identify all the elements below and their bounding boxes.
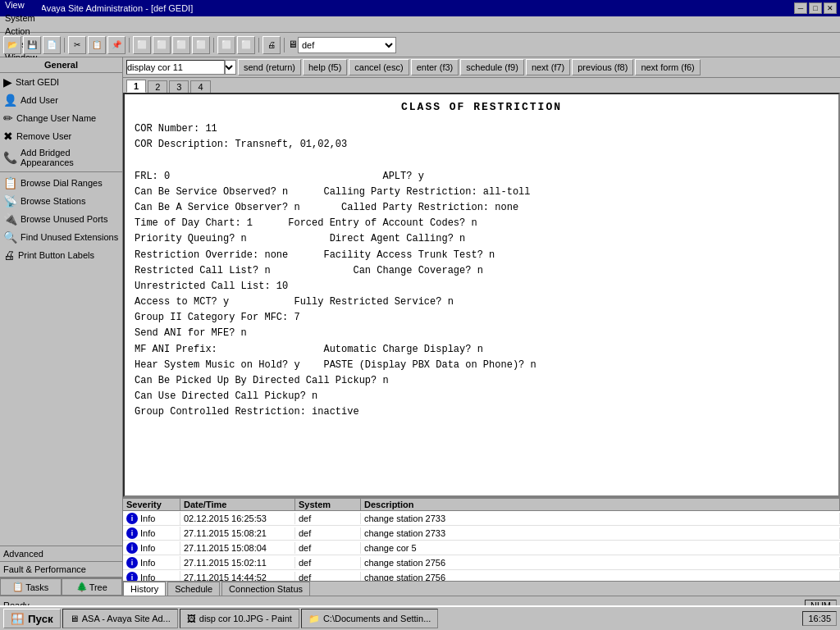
sidebar-item-find-unused[interactable]: 🔍 Find Unused Extensions	[0, 228, 122, 246]
start-label: Пуск	[28, 613, 53, 614]
form-field-line: Can Use Directed Call Pickup? n	[135, 389, 829, 404]
sidebar-label-browse-stations: Browse Stations	[21, 196, 85, 206]
cell-description: change station 2756	[361, 572, 840, 582]
tasks-tab[interactable]: 📋 Tasks	[0, 578, 62, 596]
toolbar-btn-5[interactable]: ⬜	[153, 36, 171, 54]
cell-severity: i Info	[123, 527, 180, 540]
toolbar-btn-paste[interactable]: 📌	[107, 36, 126, 54]
form-field-line	[135, 153, 829, 168]
sidebar-footer: Advanced Fault & Performance 📋 Tasks 🌲 T…	[0, 546, 122, 596]
sidebar-label-browse-dial: Browse Dial Ranges	[21, 178, 103, 188]
browse-dial-icon: 📋	[3, 176, 17, 189]
enter-button[interactable]: enter (f3)	[411, 59, 459, 75]
history-tab[interactable]: History	[123, 582, 166, 596]
command-input[interactable]	[126, 60, 225, 75]
help-button[interactable]: help (f5)	[303, 59, 347, 75]
sidebar-label-remove-user: Remove User	[16, 131, 71, 141]
taskbar-item-paint[interactable]: 🖼 disp cor 10.JPG - Paint	[180, 609, 299, 614]
form-field-line: Group Controlled Restriction: inactive	[135, 404, 829, 420]
start-button[interactable]: 🪟 Пуск	[3, 609, 61, 614]
bottom-tabs: History Schedule Connection Status	[123, 581, 840, 596]
browse-unused-ports-icon: 🔌	[3, 212, 17, 226]
toolbar-btn-6[interactable]: ⬜	[172, 36, 190, 54]
start-icon: 🪟	[11, 613, 25, 614]
form-field-line: Restriction Override: none Facility Acce…	[135, 248, 829, 263]
toolbar-btn-7[interactable]: ⬜	[192, 36, 210, 54]
advanced-button[interactable]: Advanced	[0, 546, 122, 562]
bottom-table-body: i Info 02.12.2015 16:25:53 def change st…	[123, 511, 840, 581]
cancel-button[interactable]: cancel (esc)	[349, 59, 409, 75]
sidebar-item-add-bridged[interactable]: 📞 Add Bridged Appearances	[0, 145, 122, 170]
taskbar-item-docs[interactable]: 📁 C:\Documents and Settin...	[301, 609, 438, 614]
action-combo	[126, 60, 236, 75]
system-icon: 🖥	[288, 39, 298, 51]
cell-datetime: 02.12.2015 16:25:53	[180, 513, 295, 524]
fault-performance-button[interactable]: Fault & Performance	[0, 562, 122, 578]
tree-tab[interactable]: 🌲 Tree	[62, 578, 123, 596]
toolbar-btn-2[interactable]: 💾	[23, 36, 41, 54]
tasks-icon: 📋	[12, 582, 24, 592]
table-row[interactable]: i Info 27.11.2015 15:02:11 def change st…	[123, 555, 840, 570]
sidebar-label-print-labels: Print Button Labels	[18, 250, 94, 260]
close-button[interactable]: ✕	[824, 2, 837, 14]
toolbar-sep-1	[64, 38, 65, 52]
tab-4[interactable]: 4	[190, 80, 210, 93]
connection-status-tab[interactable]: Connection Status	[221, 582, 310, 596]
sidebar-item-browse-dial[interactable]: 📋 Browse Dial Ranges	[0, 174, 122, 192]
table-row[interactable]: i Info 27.11.2015 15:08:21 def change st…	[123, 526, 840, 541]
toolbar-btn-8[interactable]: ⬜	[217, 36, 235, 54]
table-row[interactable]: i Info 27.11.2015 15:08:04 def change co…	[123, 541, 840, 555]
maximize-button[interactable]: □	[809, 2, 822, 14]
taskbar-item-asa[interactable]: 🖥 ASA - Avaya Site Ad...	[62, 609, 178, 614]
cell-severity: i Info	[123, 512, 180, 525]
severity-text: Info	[140, 528, 155, 538]
system-select[interactable]: def	[298, 37, 396, 53]
previous-button[interactable]: previous (f8)	[572, 59, 633, 75]
browse-stations-icon: 📡	[3, 194, 17, 208]
menu-bar: FileEditViewSystemActionToolsWindowHelp	[0, 16, 840, 33]
sidebar-item-start-gedi[interactable]: ▶ Start GEDI	[0, 73, 122, 91]
toolbar-btn-4[interactable]: ⬜	[133, 36, 151, 54]
toolbar-btn-9[interactable]: ⬜	[237, 36, 255, 54]
tasks-label: Tasks	[25, 582, 48, 592]
toolbar-btn-cut[interactable]: ✂	[68, 36, 86, 54]
tab-2[interactable]: 2	[148, 80, 167, 93]
sidebar-item-browse-unused-ports[interactable]: 🔌 Browse Unused Ports	[0, 210, 122, 228]
sidebar-item-print-labels[interactable]: 🖨 Print Button Labels	[0, 246, 122, 264]
toolbar-btn-print[interactable]: 🖨	[262, 36, 281, 54]
sidebar-item-browse-stations[interactable]: 📡 Browse Stations	[0, 192, 122, 210]
form-fields: COR Number: 11COR Description: Transneft…	[135, 121, 829, 421]
schedule-tab[interactable]: Schedule	[167, 582, 220, 596]
bottom-table-header: Severity Date/Time System Description	[123, 499, 840, 511]
tab-bar: 1 2 3 4	[123, 78, 840, 93]
sidebar-item-remove-user[interactable]: ✖ Remove User	[0, 127, 122, 145]
table-row[interactable]: i Info 02.12.2015 16:25:53 def change st…	[123, 511, 840, 526]
next-form-button[interactable]: next form (f6)	[635, 59, 700, 75]
minimize-button[interactable]: ─	[794, 2, 807, 14]
info-icon: i	[126, 513, 138, 524]
tab-1[interactable]: 1	[126, 80, 146, 93]
schedule-button[interactable]: schedule (f9)	[460, 59, 524, 75]
sidebar-item-add-user[interactable]: 👤 Add User	[0, 91, 122, 109]
toolbar-btn-copy[interactable]: 📋	[88, 36, 106, 54]
table-row[interactable]: i Info 27.11.2015 14:44:52 def change st…	[123, 570, 840, 581]
next-button[interactable]: next (f7)	[526, 59, 570, 75]
send-return-button[interactable]: send (return)	[238, 59, 301, 75]
info-icon: i	[126, 527, 138, 539]
sidebar-tabs: 📋 Tasks 🌲 Tree	[0, 578, 122, 596]
start-gedi-icon: ▶	[3, 75, 12, 89]
sidebar-item-change-user[interactable]: ✏ Change User Name	[0, 109, 122, 127]
toolbar-btn-1[interactable]: 📂	[3, 36, 21, 54]
add-user-icon: 👤	[3, 94, 17, 107]
form-field-line: Send ANI for MFE? n	[135, 326, 829, 341]
toolbar-btn-3[interactable]: 📄	[43, 36, 61, 54]
command-dropdown[interactable]	[225, 60, 236, 75]
sidebar-label-browse-unused-ports: Browse Unused Ports	[21, 214, 107, 224]
cell-description: change station 2756	[361, 557, 840, 568]
info-icon: i	[126, 542, 138, 554]
tab-3[interactable]: 3	[169, 80, 189, 93]
menu-item-view[interactable]: View	[0, 0, 42, 11]
menu-item-system[interactable]: System	[0, 11, 42, 25]
remove-user-icon: ✖	[3, 130, 13, 143]
col-header-severity: Severity	[123, 499, 180, 510]
